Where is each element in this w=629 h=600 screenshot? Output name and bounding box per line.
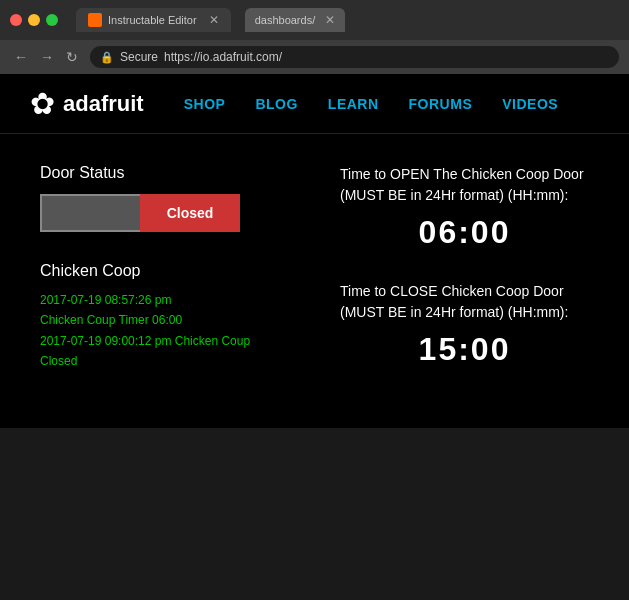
coop-title: Chicken Coop — [40, 262, 320, 280]
logo-flower-icon: ✿ — [30, 86, 55, 121]
right-panel: Time to OPEN The Chicken Coop Door (MUST… — [340, 164, 589, 398]
door-toggle[interactable]: Closed — [40, 194, 320, 232]
window-controls — [10, 14, 58, 26]
tab-label: Instructable Editor — [108, 14, 197, 26]
left-panel: Door Status Closed Chicken Coop 2017-07-… — [40, 164, 320, 398]
site-header: ✿ adafruit SHOP BLOG LEARN FORUMS VIDEOS — [0, 74, 629, 134]
website: ✿ adafruit SHOP BLOG LEARN FORUMS VIDEOS… — [0, 74, 629, 428]
nav-blog[interactable]: BLOG — [255, 96, 297, 112]
close-button[interactable] — [10, 14, 22, 26]
log-line-3: Closed — [40, 351, 320, 371]
secure-label: Secure — [120, 50, 158, 64]
second-tab[interactable]: dashboards/ ✕ — [245, 8, 346, 32]
active-tab[interactable]: Instructable Editor ✕ — [76, 8, 231, 32]
minimize-button[interactable] — [28, 14, 40, 26]
second-tab-label: dashboards/ — [255, 14, 316, 26]
nav-learn[interactable]: LEARN — [328, 96, 379, 112]
close-time-section: Time to CLOSE Chicken Coop Door (MUST BE… — [340, 281, 589, 368]
back-button[interactable]: ← — [10, 47, 32, 67]
url-text: https://io.adafruit.com/ — [164, 50, 282, 64]
door-status-section: Door Status Closed — [40, 164, 320, 232]
logo-area: ✿ adafruit — [30, 86, 144, 121]
lock-icon: 🔒 — [100, 51, 114, 64]
toggle-open-button[interactable] — [40, 194, 140, 232]
address-bar[interactable]: 🔒 Secure https://io.adafruit.com/ — [90, 46, 619, 68]
site-nav: SHOP BLOG LEARN FORUMS VIDEOS — [184, 96, 558, 112]
close-time-label: Time to CLOSE Chicken Coop Door (MUST BE… — [340, 281, 589, 323]
door-status-title: Door Status — [40, 164, 320, 182]
nav-forums[interactable]: FORUMS — [409, 96, 473, 112]
log-line-1: Chicken Coup Timer 06:00 — [40, 310, 320, 330]
open-time-value: 06:00 — [340, 214, 589, 251]
tab-close-icon[interactable]: ✕ — [209, 13, 219, 27]
log-line-0: 2017-07-19 08:57:26 pm — [40, 290, 320, 310]
coop-log: 2017-07-19 08:57:26 pm Chicken Coup Time… — [40, 290, 320, 372]
main-content: Door Status Closed Chicken Coop 2017-07-… — [0, 134, 629, 428]
log-line-2: 2017-07-19 09:00:12 pm Chicken Coup — [40, 331, 320, 351]
nav-videos[interactable]: VIDEOS — [502, 96, 558, 112]
reload-button[interactable]: ↻ — [62, 47, 82, 67]
close-time-value: 15:00 — [340, 331, 589, 368]
forward-button[interactable]: → — [36, 47, 58, 67]
toggle-closed-button[interactable]: Closed — [140, 194, 240, 232]
titlebar: Instructable Editor ✕ dashboards/ ✕ — [0, 0, 629, 40]
nav-shop[interactable]: SHOP — [184, 96, 226, 112]
coop-section: Chicken Coop 2017-07-19 08:57:26 pm Chic… — [40, 262, 320, 372]
logo-text: adafruit — [63, 91, 144, 117]
maximize-button[interactable] — [46, 14, 58, 26]
open-time-label: Time to OPEN The Chicken Coop Door (MUST… — [340, 164, 589, 206]
browser-toolbar: ← → ↻ 🔒 Secure https://io.adafruit.com/ — [0, 40, 629, 74]
tab-favicon — [88, 13, 102, 27]
nav-buttons: ← → ↻ — [10, 47, 82, 67]
second-tab-close-icon[interactable]: ✕ — [325, 13, 335, 27]
browser-chrome: Instructable Editor ✕ dashboards/ ✕ ← → … — [0, 0, 629, 74]
open-time-section: Time to OPEN The Chicken Coop Door (MUST… — [340, 164, 589, 251]
